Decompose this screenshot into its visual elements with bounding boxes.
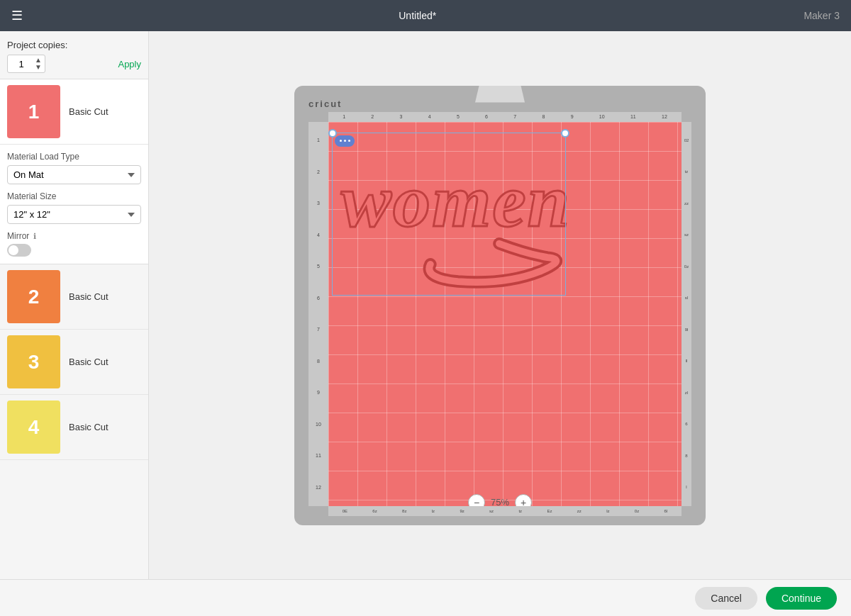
selection-handle-top-left[interactable] <box>328 129 337 138</box>
footer: Cancel Continue <box>0 579 851 616</box>
continue-button[interactable]: Continue <box>766 587 837 610</box>
material-size-label: Material Size <box>7 191 141 201</box>
ruler-bottom: 0E6z8zlz9zsztzEzzzlz0z6l <box>328 506 682 516</box>
mat-label-3: Basic Cut <box>69 357 109 367</box>
cricut-mat: cricut 123456789101112 123456789101112 <box>294 86 706 525</box>
copies-input[interactable] <box>11 59 32 69</box>
cricut-logo-text: cricut <box>308 99 342 109</box>
mat-canvas-wrap: cricut 123456789101112 123456789101112 <box>294 86 706 525</box>
dot-1 <box>340 140 342 142</box>
copies-spinners: ▲ ▼ <box>35 57 42 71</box>
ruler-right: 02tzzzsz0zsl9lllzl68l <box>682 122 691 506</box>
toggle-knob <box>9 245 18 255</box>
header-title: Untitled* <box>31 10 803 21</box>
copies-input-wrap: ▲ ▼ <box>7 55 45 73</box>
mat-controls: Material Load Type On Mat Roll Feed Mate… <box>0 145 148 264</box>
header-machine: Maker 3 <box>803 10 840 21</box>
content-area: cricut 123456789101112 123456789101112 <box>149 31 851 579</box>
mat-number-3: 3 <box>28 351 40 374</box>
mat-label-4: Basic Cut <box>69 422 109 432</box>
project-copies-label: Project copies: <box>7 40 141 50</box>
menu-icon[interactable]: ☰ <box>11 8 23 23</box>
mat-surface: women <box>328 122 682 506</box>
mat-number-4: 4 <box>28 416 40 439</box>
copies-down-btn[interactable]: ▼ <box>35 64 42 71</box>
mat-grid-container: 123456789101112 123456789101112 02tzzzsz… <box>308 112 691 516</box>
dot-2 <box>344 140 346 142</box>
mat-item-1[interactable]: 1 Basic Cut <box>0 79 148 145</box>
mat-thumbnail-1: 1 <box>7 85 60 138</box>
copies-row: ▲ ▼ Apply <box>7 55 141 73</box>
mat-item-2[interactable]: 2 Basic Cut <box>0 264 148 330</box>
mat-number-1: 1 <box>28 101 40 123</box>
mat-context-menu[interactable] <box>335 135 355 147</box>
ruler-left: 123456789101112 <box>308 122 328 506</box>
selection-handle-top-right[interactable] <box>561 129 569 138</box>
selection-box <box>332 133 566 296</box>
header: ☰ Untitled* Maker 3 <box>0 0 851 31</box>
material-load-type-label: Material Load Type <box>7 152 141 162</box>
mat-thumbnail-4: 4 <box>7 401 60 454</box>
mat-thumbnail-2: 2 <box>7 270 60 323</box>
mirror-label: Mirror <box>7 231 29 241</box>
mat-number-2: 2 <box>28 286 40 308</box>
mat-label-1: Basic Cut <box>69 106 109 117</box>
mat-item-4[interactable]: 4 Basic Cut <box>0 395 148 460</box>
mat-thumbnail-3: 3 <box>7 335 60 388</box>
apply-button[interactable]: Apply <box>118 56 141 72</box>
mat-item-3[interactable]: 3 Basic Cut <box>0 330 148 395</box>
sidebar: Project copies: ▲ ▼ Apply 1 Basic Cut <box>0 31 149 579</box>
mirror-toggle[interactable] <box>7 244 31 257</box>
main-area: Project copies: ▲ ▼ Apply 1 Basic Cut <box>0 31 851 579</box>
mirror-row: Mirror ℹ <box>7 231 141 241</box>
material-load-type-select[interactable]: On Mat Roll Feed <box>7 165 141 184</box>
material-size-select[interactable]: 12" x 12" 12" x 24" <box>7 205 141 224</box>
mat-label-2: Basic Cut <box>69 291 109 302</box>
info-icon[interactable]: ℹ <box>33 232 36 241</box>
cancel-button[interactable]: Cancel <box>695 587 757 610</box>
mat-handle <box>475 86 525 103</box>
project-copies-section: Project copies: ▲ ▼ Apply <box>0 31 148 79</box>
dot-3 <box>348 140 350 142</box>
ruler-top: 123456789101112 <box>328 112 682 122</box>
